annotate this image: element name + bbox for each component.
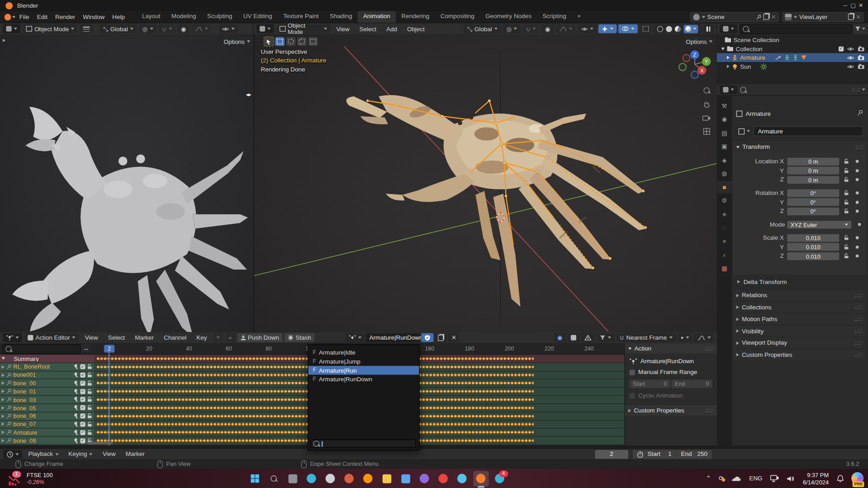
menu-edit[interactable]: Edit	[33, 14, 51, 20]
channel-row-bone-03[interactable]: bone_03 ✓	[0, 396, 94, 403]
workspace-tab-rendering[interactable]: Rendering	[396, 11, 435, 23]
filter-funnel-icon[interactable]	[596, 333, 614, 342]
editor-type-button[interactable]	[256, 24, 274, 33]
properties-tab-world[interactable]: ◍	[717, 167, 732, 180]
modifier-wrench-icon[interactable]	[72, 372, 78, 378]
channel-expand-icon[interactable]	[2, 422, 5, 426]
zoom-icon[interactable]	[704, 87, 710, 95]
channel-name[interactable]: bone_03	[13, 397, 36, 403]
menu-file[interactable]: File	[15, 14, 33, 20]
proportional-falloff-selector[interactable]	[694, 333, 714, 342]
taskbar-app-notes-app[interactable]	[323, 471, 338, 486]
animate-dot[interactable]	[858, 223, 861, 226]
tool-select-lasso-icon[interactable]	[297, 37, 307, 46]
stocks-widget[interactable]: 1 FTSE 100 -0,26%	[8, 472, 52, 485]
taskbar-app-edge-profile[interactable]: 4	[492, 471, 508, 486]
clock-widget[interactable]: 9:37 PM 6/14/2024	[803, 472, 829, 485]
section-custom-properties[interactable]: Custom Properties	[733, 350, 866, 360]
menu-key[interactable]: Key	[193, 335, 211, 341]
taskbar-app-photos-app[interactable]	[454, 471, 470, 486]
value-field[interactable]: 0°	[787, 207, 839, 215]
outliner-filter-button[interactable]	[855, 26, 865, 32]
properties-tab-scene[interactable]: ◈	[717, 154, 732, 166]
channel-search-input[interactable]	[2, 344, 81, 354]
transform-orientation-selector[interactable]: ⤡Global	[100, 24, 137, 33]
value-field[interactable]: 0 m	[787, 157, 839, 165]
channel-row-bone-01[interactable]: bone_01 ✓	[0, 388, 94, 395]
sync-icon[interactable]: ⟳	[719, 475, 724, 481]
lock-icon[interactable]	[844, 253, 849, 259]
menu-playback[interactable]: Playback	[24, 451, 62, 457]
shading-wireframe-icon[interactable]	[657, 26, 663, 32]
channel-lock-icon[interactable]	[87, 397, 92, 403]
section-relations[interactable]: Relations	[733, 290, 866, 300]
shading-rendered-icon[interactable]	[683, 24, 698, 33]
pin-icon[interactable]	[6, 422, 11, 427]
editor-type-button[interactable]	[3, 333, 22, 342]
tool-select-box-icon[interactable]	[275, 37, 285, 46]
lock-icon[interactable]	[844, 158, 849, 164]
editor-type-button[interactable]	[3, 24, 20, 33]
transform-panel-header[interactable]: Transform	[733, 142, 867, 152]
channel-expand-icon[interactable]	[2, 406, 5, 409]
action-start-field[interactable]: Start0	[630, 380, 671, 388]
frame-range-icon[interactable]: ↔	[81, 344, 91, 352]
dropdown-item-armature-idle[interactable]: FArmature|Idle	[308, 348, 419, 357]
animate-dot[interactable]	[856, 201, 859, 204]
editor-type-button[interactable]	[720, 24, 737, 33]
pin-icon[interactable]	[6, 397, 11, 402]
value-field[interactable]: 0.010	[787, 252, 839, 260]
pin-icon[interactable]	[6, 372, 11, 378]
pin-icon[interactable]	[756, 14, 761, 19]
properties-search-icon[interactable]	[740, 87, 746, 93]
visibility-dropdown-icon[interactable]	[218, 24, 238, 33]
network-icon[interactable]	[770, 475, 779, 482]
taskbar-app-store[interactable]	[398, 471, 413, 486]
hide-eye-icon[interactable]	[847, 46, 854, 51]
channel-expand-icon[interactable]	[2, 390, 5, 393]
value-field[interactable]: 0.010	[787, 243, 839, 251]
cyclic-animation-checkbox[interactable]	[630, 393, 635, 398]
section-viewport-display[interactable]: Viewport Display	[733, 338, 866, 348]
hide-eye-icon[interactable]	[847, 55, 854, 60]
warning-icon[interactable]	[581, 333, 594, 342]
drag-grip-icon[interactable]	[855, 353, 863, 356]
taskbar-app-file-explorer[interactable]	[379, 471, 394, 486]
shading-material-icon[interactable]	[675, 26, 681, 32]
proportional-falloff-icon[interactable]	[556, 24, 576, 33]
taskbar-app-firefox[interactable]	[360, 471, 375, 486]
editor-type-button[interactable]	[720, 85, 737, 94]
new-scene-icon[interactable]	[763, 14, 768, 20]
pin-icon[interactable]	[6, 389, 11, 394]
render-camera-icon[interactable]	[858, 46, 865, 52]
channel-expand-icon[interactable]	[2, 357, 5, 360]
proportional-falloff-icon[interactable]	[192, 24, 212, 33]
action-end-field[interactable]: End0	[672, 380, 713, 388]
pin-icon[interactable]	[6, 438, 11, 443]
lock-icon[interactable]	[844, 190, 849, 196]
value-field[interactable]: 0°	[787, 198, 839, 206]
breadcrumb-object[interactable]: Armature	[746, 111, 771, 117]
properties-tab-modifiers[interactable]: ⚙	[717, 194, 732, 207]
menu-view[interactable]: View	[81, 335, 102, 341]
move-up-button[interactable]	[225, 333, 235, 342]
workspace-tab-modeling[interactable]: Modeling	[166, 11, 202, 23]
snap-mode-selector[interactable]: ∪Nearest Frame	[616, 333, 675, 342]
channel-row-armature[interactable]: Armature ✓	[0, 429, 94, 436]
snap-target-button[interactable]: ◎	[503, 24, 521, 33]
toolbar-expand-icon[interactable]	[3, 39, 5, 42]
workspace-tab-compositing[interactable]: Compositing	[435, 11, 480, 23]
onedrive-cloud-icon[interactable]	[731, 475, 741, 481]
options-button[interactable]: Options	[683, 37, 716, 46]
workspace-tab-item[interactable]: +	[572, 11, 586, 23]
object-type-icon-button[interactable]	[735, 126, 753, 136]
workspace-tab-layout[interactable]: Layout	[137, 11, 166, 23]
camera-view-icon[interactable]	[702, 114, 711, 120]
menu-help[interactable]: Help	[109, 14, 129, 20]
menu-object[interactable]: Object	[403, 26, 428, 32]
start-frame-field[interactable]: Start1	[648, 451, 672, 457]
view-layer-selector[interactable]: ViewLayer ✕	[782, 12, 863, 22]
channel-name[interactable]: RL_BoneRoot	[13, 364, 50, 370]
collection-checkbox[interactable]: ✓	[839, 46, 844, 51]
pin-id-icon[interactable]	[857, 109, 863, 116]
